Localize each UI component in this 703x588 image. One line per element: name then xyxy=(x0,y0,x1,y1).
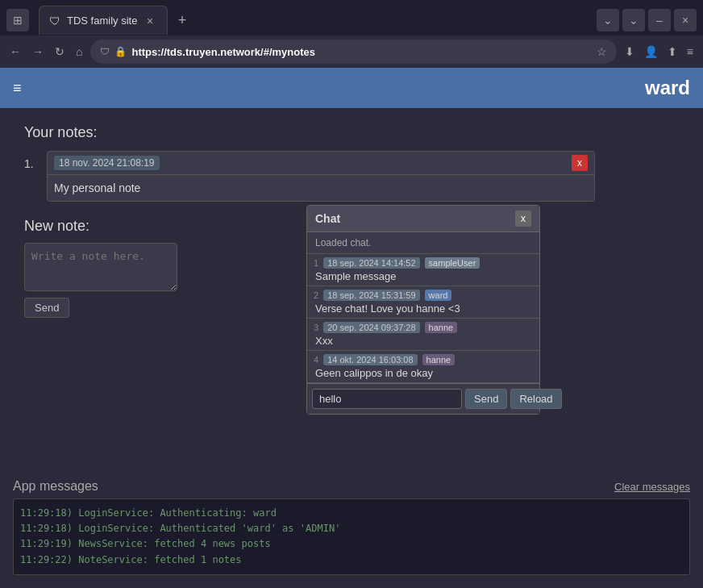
lock-icon: 🔒 xyxy=(114,46,127,57)
notes-title: Your notes: xyxy=(24,124,679,141)
chat-msg-num: 1 xyxy=(314,258,318,268)
app-header: ≡ ward xyxy=(0,68,703,108)
chat-message: 1 18 sep. 2024 14:14:52 sampleUser Sampl… xyxy=(307,254,539,286)
hamburger-btn[interactable]: ≡ xyxy=(13,80,22,97)
note-delete-btn[interactable]: x xyxy=(572,155,588,171)
chat-msg-user: ward xyxy=(425,290,452,301)
chat-reload-btn[interactable]: Reload xyxy=(510,389,561,409)
app-content: Your notes: 1. 18 nov. 2024 21:08:19 x M… xyxy=(0,108,703,471)
chat-msg-time: 20 sep. 2024 09:37:28 xyxy=(323,322,419,333)
notes-section: Your notes: 1. 18 nov. 2024 21:08:19 x M… xyxy=(24,124,679,202)
chat-message: 2 18 sep. 2024 15:31:59 ward Verse chat!… xyxy=(307,286,539,319)
tab-bar-right: ⌄ ⌄ – × xyxy=(597,9,697,31)
download-btn[interactable]: ⬇ xyxy=(622,42,638,61)
minimize-btn[interactable]: – xyxy=(648,9,671,31)
tab-dropdown-btn1[interactable]: ⌄ xyxy=(597,9,619,31)
shield-icon: 🛡 xyxy=(100,46,110,57)
account-btn[interactable]: 👤 xyxy=(641,42,661,61)
chat-messages: 1 18 sep. 2024 14:14:52 sampleUser Sampl… xyxy=(307,254,539,383)
chat-close-btn[interactable]: x xyxy=(515,211,531,227)
app-messages-title: App messages xyxy=(13,479,98,494)
url-domain: truyen.network xyxy=(185,46,260,58)
chat-msg-meta: 1 18 sep. 2024 14:14:52 sampleUser xyxy=(314,257,533,269)
forward-btn[interactable]: → xyxy=(29,42,47,61)
note-header: 18 nov. 2024 21:08:19 x xyxy=(48,152,594,175)
browser-menu-btn[interactable]: ≡ xyxy=(684,42,697,61)
app-messages-log: 11:29:18) LoginService: Authenticating: … xyxy=(13,498,690,575)
chat-header: Chat x xyxy=(307,206,539,232)
chat-message: 3 20 sep. 2024 09:37:28 hanne Xxx xyxy=(307,319,539,351)
chat-msg-user: sampleUser xyxy=(425,257,480,269)
note-timestamp: 18 nov. 2024 21:08:19 xyxy=(54,156,160,170)
chat-msg-num: 4 xyxy=(314,355,318,365)
chat-msg-num: 2 xyxy=(314,290,318,300)
chat-msg-meta: 3 20 sep. 2024 09:37:28 hanne xyxy=(314,322,533,333)
app-messages-section: App messages Clear messages 11:29:18) Lo… xyxy=(0,471,703,588)
sidebar-toggle-btn[interactable]: ⊞ xyxy=(6,9,29,31)
tab-close-btn[interactable]: × xyxy=(143,14,157,28)
chat-input-row: Send Reload xyxy=(307,383,539,414)
url-prefix: https://tds. xyxy=(131,46,185,58)
chat-loaded-text: Loaded chat. xyxy=(307,232,539,254)
chat-msg-user: hanne xyxy=(425,322,458,333)
chat-msg-meta: 2 18 sep. 2024 15:31:59 ward xyxy=(314,290,533,301)
note-send-btn[interactable]: Send xyxy=(24,298,69,318)
tab-title: TDS family site xyxy=(67,15,138,27)
note-number: 1. xyxy=(24,151,40,170)
chat-msg-num: 3 xyxy=(314,323,318,332)
url-path: /#/mynotes xyxy=(260,46,315,58)
star-icon[interactable]: ☆ xyxy=(597,45,607,58)
close-btn[interactable]: × xyxy=(674,9,697,31)
nav-right-controls: ⬇ 👤 ⬆ ≡ xyxy=(622,42,697,61)
chat-msg-time: 18 sep. 2024 14:14:52 xyxy=(323,257,419,269)
chat-title: Chat xyxy=(315,212,340,225)
chat-input[interactable] xyxy=(312,389,462,409)
clear-messages-btn[interactable]: Clear messages xyxy=(614,481,690,493)
nav-bar: ← → ↻ ⌂ 🛡 🔒 https://tds.truyen.network/#… xyxy=(0,35,703,68)
app-messages-header: App messages Clear messages xyxy=(13,471,690,498)
address-url: https://tds.truyen.network/#/mynotes xyxy=(131,46,588,58)
chat-msg-text: Sample message xyxy=(314,270,533,282)
chat-send-btn[interactable]: Send xyxy=(465,389,507,409)
chat-msg-text: Verse chat! Love you hanne <3 xyxy=(314,302,533,315)
note-textarea[interactable] xyxy=(24,243,177,291)
tab-dropdown-btn2[interactable]: ⌄ xyxy=(622,9,645,31)
chat-msg-time: 18 sep. 2024 15:31:59 xyxy=(323,290,419,301)
log-line: 11:29:18) LoginService: Authenticated 'w… xyxy=(20,521,683,536)
share-btn[interactable]: ⬆ xyxy=(664,42,680,61)
note-body: My personal note xyxy=(48,175,594,201)
log-line: 11:29:19) NewsService: fetched 4 news po… xyxy=(20,536,683,552)
log-line: 11:29:22) NoteService: fetched 1 notes xyxy=(20,553,683,568)
home-btn[interactable]: ⌂ xyxy=(73,42,85,61)
new-tab-btn[interactable]: + xyxy=(171,9,193,31)
tab-bar: ⊞ 🛡 TDS family site × + ⌄ ⌄ – × xyxy=(0,0,703,35)
active-tab[interactable]: 🛡 TDS family site × xyxy=(39,6,168,35)
chat-msg-text: Xxx xyxy=(314,335,533,347)
chat-msg-meta: 4 14 okt. 2024 16:03:08 hanne xyxy=(314,354,533,365)
tab-favicon: 🛡 xyxy=(49,15,62,27)
address-bar[interactable]: 🛡 🔒 https://tds.truyen.network/#/mynotes… xyxy=(90,40,616,64)
chat-msg-text: Geen calippos in de okay xyxy=(314,367,533,379)
chat-msg-time: 14 okt. 2024 16:03:08 xyxy=(323,354,417,365)
chat-widget: Chat x Loaded chat. 1 18 sep. 2024 14:14… xyxy=(306,205,540,415)
tab-controls: ⊞ xyxy=(6,9,29,31)
log-line: 11:29:18) LoginService: Authenticating: … xyxy=(20,506,683,521)
chat-message: 4 14 okt. 2024 16:03:08 hanne Geen calip… xyxy=(307,351,539,383)
browser-chrome: ⊞ 🛡 TDS family site × + ⌄ ⌄ – × ← → ↻ ⌂ … xyxy=(0,0,703,68)
note-item: 1. 18 nov. 2024 21:08:19 x My personal n… xyxy=(24,151,679,202)
note-card: 18 nov. 2024 21:08:19 x My personal note xyxy=(47,151,595,202)
back-btn[interactable]: ← xyxy=(6,42,24,61)
chat-msg-user: hanne xyxy=(422,354,455,365)
reload-btn[interactable]: ↻ xyxy=(52,42,68,61)
app-title: ward xyxy=(645,77,690,99)
